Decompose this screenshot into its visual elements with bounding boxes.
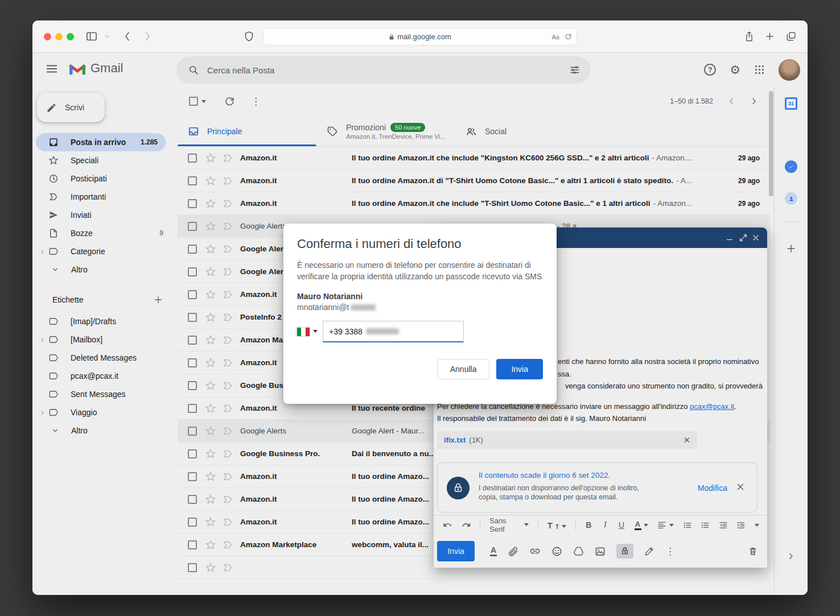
back-icon[interactable] [123, 31, 131, 42]
italy-flag-icon [297, 328, 310, 336]
dialog-actions: Annulla Invia [297, 359, 543, 379]
redacted-phone [366, 328, 399, 334]
url-text: mail.google.com [397, 32, 451, 41]
country-selector[interactable] [297, 328, 318, 336]
minimize-window-button[interactable] [55, 33, 63, 40]
reload-icon[interactable] [565, 33, 572, 40]
confirm-send-button[interactable]: Invia [496, 359, 543, 379]
dialog-body: È necessario un numero di telefono per c… [297, 259, 545, 282]
tab-overview-icon[interactable] [786, 31, 796, 42]
address-bar[interactable]: mail.google.com Aa [263, 28, 577, 46]
privacy-shield-icon[interactable] [244, 31, 254, 42]
browser-toolbar: mail.google.com Aa [32, 20, 808, 53]
redacted-email [351, 304, 376, 311]
share-icon[interactable] [744, 31, 754, 42]
phone-input[interactable]: +39 3388 [323, 321, 464, 342]
translate-icon[interactable]: Aa [552, 34, 559, 40]
new-tab-icon[interactable] [765, 32, 775, 42]
close-window-button[interactable] [44, 33, 51, 40]
lock-icon [389, 34, 394, 40]
phone-row: +39 3388 [297, 321, 543, 342]
recipient-name: Mauro Notarianni [297, 292, 543, 301]
recipient-email: mnotarianni@t [297, 303, 543, 312]
desktop: { "browser": { "url": "mail.google.com" … [0, 0, 840, 616]
sidebar-toggle-icon[interactable] [86, 31, 97, 42]
flag-dropdown-icon [313, 330, 318, 335]
zoom-window-button[interactable] [67, 33, 74, 40]
cancel-button[interactable]: Annulla [437, 359, 490, 379]
browser-window: mail.google.com Aa [32, 20, 808, 595]
confirm-phone-dialog: Conferma i numeri di telefono È necessar… [283, 224, 557, 404]
dialog-title: Conferma i numeri di telefono [297, 237, 543, 251]
forward-icon[interactable] [144, 31, 151, 42]
sidebar-menu-chevron-icon[interactable] [104, 34, 110, 40]
